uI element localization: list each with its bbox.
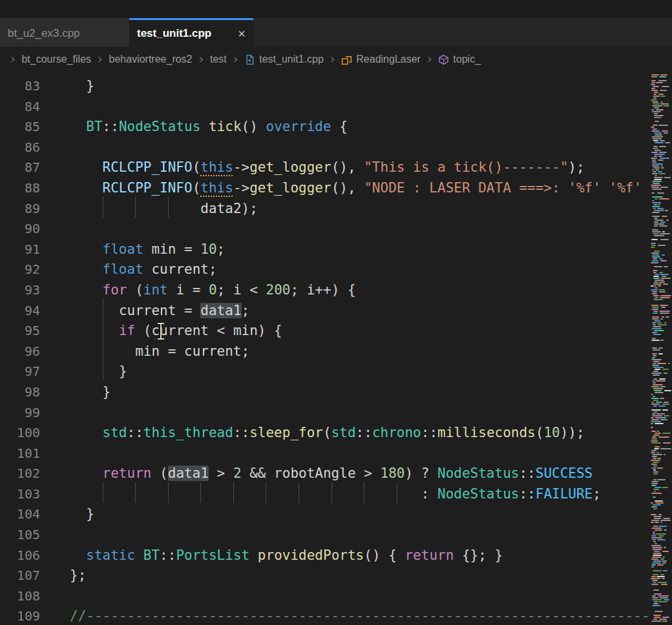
minimap-line <box>663 570 667 571</box>
code-line[interactable]: 100 std::this_thread::sleep_for(std::chr… <box>0 423 649 444</box>
line-number[interactable]: 108 <box>0 586 40 607</box>
minimap-line <box>653 94 656 95</box>
code-lines[interactable]: 83 }8485 BT::NodeStatus tick() override … <box>0 76 649 625</box>
code-line[interactable]: 88 RCLCPP_INFO(this->get_logger(), "NODE… <box>0 178 649 199</box>
line-number[interactable]: 86 <box>0 138 40 158</box>
line-number[interactable]: 93 <box>0 280 40 301</box>
minimap-line <box>653 374 660 376</box>
line-number[interactable]: 103 <box>0 484 40 505</box>
code-line[interactable]: 89 data2); <box>0 199 649 220</box>
code-line[interactable]: 106 static BT::PortsList providedPorts()… <box>0 546 649 566</box>
minimap-line <box>651 90 658 91</box>
breadcrumb-item-test[interactable]: test <box>209 54 228 65</box>
tab-bt-u2-ex3[interactable]: bt_u2_ex3.cpp <box>0 18 129 46</box>
minimap-line <box>660 221 665 223</box>
close-icon[interactable]: × <box>238 27 246 40</box>
minimap-line <box>651 404 660 405</box>
minimap-line <box>655 423 664 424</box>
code-line[interactable]: 94 current = data1; <box>0 301 649 322</box>
tab-test-unit1[interactable]: test_unit1.cpp × <box>129 18 253 46</box>
minimap-line <box>662 562 666 564</box>
line-number[interactable]: 107 <box>0 566 40 586</box>
line-number[interactable]: 104 <box>0 504 40 525</box>
code-line[interactable]: 93 for (int i = 0; i < 200; i++) { <box>0 280 649 301</box>
minimap-line <box>653 411 658 413</box>
minimap-line <box>658 125 668 126</box>
minimap-line <box>654 115 664 116</box>
minimap-line <box>652 557 661 558</box>
line-number[interactable]: 101 <box>0 444 40 464</box>
code-line[interactable]: 101 <box>0 444 649 464</box>
minimap-line <box>658 353 663 354</box>
code-line[interactable]: 108 <box>0 586 649 607</box>
code-line[interactable]: 97 } <box>0 362 649 382</box>
code-line[interactable]: 91 float min = 10; <box>0 240 649 260</box>
code-line[interactable]: 107}; <box>0 566 649 586</box>
minimap-line <box>661 584 667 585</box>
code-line[interactable]: 102 return (data1 > 2 && robotAngle > 18… <box>0 464 649 484</box>
minimap[interactable] <box>649 72 672 625</box>
code-line[interactable]: 92 float current; <box>0 260 649 280</box>
minimap-line <box>652 580 658 581</box>
line-number[interactable]: 88 <box>0 178 40 199</box>
line-number[interactable]: 91 <box>0 240 40 260</box>
code-line[interactable]: 85 BT::NodeStatus tick() override { <box>0 117 649 138</box>
code-line[interactable]: 103 : NodeStatus::FAILURE; <box>0 484 649 505</box>
code-line[interactable]: 87 RCLCPP_INFO(this->get_logger(), "This… <box>0 158 649 178</box>
line-number[interactable]: 102 <box>0 464 40 484</box>
minimap-line <box>658 173 666 174</box>
line-number[interactable]: 94 <box>0 301 40 322</box>
breadcrumb-item-readinglaser[interactable]: ReadingLaser <box>340 54 422 65</box>
line-number[interactable]: 95 <box>0 321 40 342</box>
minimap-line <box>664 402 669 403</box>
code-line[interactable]: 95 if (current < min) { <box>0 321 649 342</box>
line-number[interactable]: 100 <box>0 423 40 444</box>
line-number[interactable]: 96 <box>0 342 40 362</box>
code-line[interactable]: 96 min = current; <box>0 342 649 362</box>
line-number[interactable]: 106 <box>0 546 40 566</box>
minimap-line <box>651 528 662 529</box>
code-line[interactable]: 90 <box>0 219 649 240</box>
line-number[interactable]: 97 <box>0 362 40 382</box>
breadcrumb-item-bt-course-files[interactable]: bt_course_files <box>20 54 92 65</box>
code-line[interactable]: 98 } <box>0 382 649 403</box>
code-line[interactable]: 84 <box>0 97 649 118</box>
minimap-line <box>654 320 660 322</box>
editor[interactable]: 83 }8485 BT::NodeStatus tick() override … <box>0 72 672 625</box>
code-line[interactable]: 99 <box>0 403 649 424</box>
line-number[interactable]: 84 <box>0 97 40 118</box>
line-number[interactable]: 105 <box>0 525 40 546</box>
minimap-line <box>656 82 663 83</box>
line-number[interactable]: 87 <box>0 158 40 178</box>
code-line[interactable]: 109//-----------------------------------… <box>0 606 649 625</box>
breadcrumb-item-file[interactable]: test_unit1.cpp <box>243 54 325 65</box>
line-number[interactable]: 98 <box>0 382 40 403</box>
line-number[interactable]: 89 <box>0 199 40 220</box>
minimap-line <box>654 177 664 178</box>
minimap-line <box>651 452 655 453</box>
minimap-line <box>662 276 666 277</box>
minimap-line <box>651 285 653 287</box>
code-line[interactable]: 83 } <box>0 76 649 97</box>
editor-tabbar: bt_u2_ex3.cpp test_unit1.cpp × <box>0 18 672 46</box>
minimap-line <box>651 158 657 159</box>
minimap-line <box>660 165 663 167</box>
line-number[interactable]: 90 <box>0 219 40 240</box>
line-number[interactable]: 99 <box>0 403 40 424</box>
minimap-line <box>658 601 667 602</box>
minimap-line <box>651 109 655 110</box>
code-line[interactable]: 105 <box>0 525 649 546</box>
minimap-line <box>651 309 658 310</box>
line-text: current = data1; <box>70 301 249 322</box>
line-number[interactable]: 109 <box>0 606 40 625</box>
line-number[interactable]: 92 <box>0 260 40 280</box>
minimap-line <box>652 316 659 318</box>
code-line[interactable]: 86 <box>0 138 649 158</box>
minimap-line <box>662 231 665 232</box>
line-number[interactable]: 85 <box>0 117 40 138</box>
code-line[interactable]: 104 } <box>0 504 649 525</box>
line-number[interactable]: 83 <box>0 76 40 97</box>
breadcrumb-item-behaviortree-ros2[interactable]: behaviortree_ros2 <box>108 54 194 65</box>
breadcrumb-item-topic[interactable]: topic_ <box>437 54 482 65</box>
minimap-line <box>660 74 667 76</box>
